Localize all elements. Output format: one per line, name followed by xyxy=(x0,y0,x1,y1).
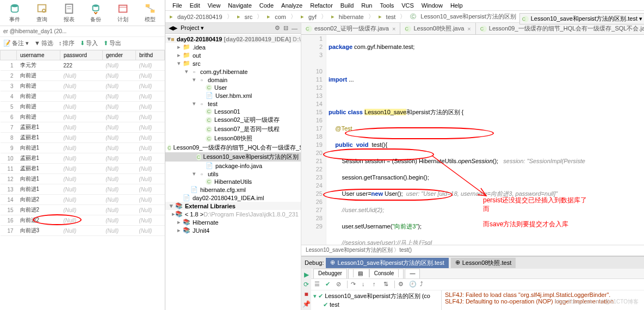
db-tool-backup[interactable]: 备份 xyxy=(84,2,107,23)
sort-icon[interactable]: ⇅ xyxy=(383,281,391,288)
table-row[interactable]: 5向前进(Null)(Null)(Null) xyxy=(1,102,165,112)
db-tool-event[interactable]: 事件 xyxy=(3,2,26,23)
step-out-icon[interactable]: ↑ xyxy=(373,281,380,288)
db-tool-model[interactable]: 模型 xyxy=(139,2,162,23)
crumb-item[interactable]: day02-20180419 xyxy=(176,14,224,20)
pass-icon[interactable]: ✔ xyxy=(325,281,333,288)
tree-node[interactable]: ▾📁src xyxy=(165,59,301,67)
menu-view[interactable]: View xyxy=(205,1,224,10)
table-row[interactable]: 15向前进2(Null)(Null)(Null) xyxy=(1,205,165,215)
tree-node[interactable]: ▸📚JUnit4 xyxy=(165,226,301,234)
tree-node[interactable]: 📄package-info.java xyxy=(165,162,301,170)
table-row[interactable]: 7孟丽君1(Null)(Null)(Null) xyxy=(1,122,165,133)
table-row[interactable]: 12向前进1(Null)(Null)(Null) xyxy=(1,174,165,184)
hide-tab-icon[interactable]: — xyxy=(405,269,420,278)
table-row[interactable]: 3向前进(Null)(Null)(Null) xyxy=(1,81,165,91)
filter-sort[interactable]: ↕排序 xyxy=(59,39,75,47)
tree-node[interactable]: CLesson09_一级缓存的细节_HQL会有一级缓存_SQ... xyxy=(165,143,301,152)
debug-tab-active[interactable]: ⊕Lesson10_save和persist方法的区别.test xyxy=(326,258,448,268)
table-row[interactable]: 6向前进(Null)(Null)(Null) xyxy=(1,112,165,122)
menu-refactor[interactable]: Refactor xyxy=(307,1,336,10)
tree-node[interactable]: CHibernateUtils xyxy=(165,178,301,185)
project-tree[interactable]: ◀▶ Project ▾ ⚙ ⊟ — ▾■ day02-20180419 [da… xyxy=(165,23,301,310)
code-lines[interactable]: package com.gyf.hibernate.test; import .… xyxy=(326,35,644,245)
code-editor[interactable]: 1231011121314151617181920212223242526272… xyxy=(301,35,644,245)
hide-icon[interactable]: — xyxy=(292,25,298,32)
debug-tab[interactable]: ⊕Lesson08快照.test xyxy=(451,258,516,268)
db-tool-report[interactable]: 报表 xyxy=(58,2,81,23)
test-tree[interactable]: ▾ ✔ Lesson10_save和persist方法的区别 (co ✔ tes… xyxy=(311,290,442,310)
tree-node[interactable]: CUser xyxy=(165,84,301,91)
tree-node[interactable]: ▸📚Hibernate xyxy=(165,218,301,226)
table-row[interactable]: 14向前进2(Null)(Null)(Null) xyxy=(1,195,165,205)
data-grid[interactable]: usernamepasswordgenderbrithd 1李元芳222(Nul… xyxy=(0,50,165,310)
table-row[interactable]: 4向前进(Null)(Null)(Null) xyxy=(1,91,165,102)
crumb-item[interactable]: gyf xyxy=(307,14,318,20)
menu-code[interactable]: Code xyxy=(257,1,276,10)
tree-node[interactable]: ▾▫utils xyxy=(165,170,301,178)
tree-node[interactable]: 📄User.hbm.xml xyxy=(165,91,301,100)
table-row[interactable]: 1李元芳222(Null)(Null) xyxy=(1,60,165,71)
gear-icon[interactable]: ⚙ xyxy=(398,281,406,288)
crumb-item[interactable]: com xyxy=(274,14,287,20)
rerun-icon[interactable]: ▶ xyxy=(304,271,309,278)
menu-vcs[interactable]: VCS xyxy=(399,1,417,10)
tree-node[interactable]: CLesson07_是否同一线程 xyxy=(165,125,301,134)
filter-import[interactable]: ⬇导入 xyxy=(80,39,98,47)
tree-node[interactable]: ▾▫test xyxy=(165,100,301,108)
tree-node[interactable]: CLesson08快照 xyxy=(165,134,301,143)
tree-node[interactable]: ▸📚< 1.8 > D:\Program Files\Java\jdk1.8.0… xyxy=(165,210,301,218)
ignore-icon[interactable]: ⊘ xyxy=(336,281,344,288)
menu-file[interactable]: File xyxy=(170,1,185,10)
table-row[interactable]: 16向前进2(Null)(Null)(Null) xyxy=(1,215,165,226)
table-row[interactable]: 11孟丽君1(Null)(Null)(Null) xyxy=(1,164,165,174)
menu-help[interactable]: Help xyxy=(448,1,466,10)
table-row[interactable]: 8孟丽君1(Null)(Null)(Null) xyxy=(1,133,165,143)
menu-navigate[interactable]: Navigate xyxy=(225,1,254,10)
tree-node[interactable]: ▸📁out xyxy=(165,51,301,59)
filter-export[interactable]: ⬆导出 xyxy=(103,39,121,47)
close-icon[interactable]: × xyxy=(467,26,470,32)
outline-tab[interactable]: CLesson10_save和persist方法的区别.test ▾ xyxy=(519,13,644,24)
console-tab[interactable]: ▤ Console xyxy=(348,269,404,278)
table-row[interactable]: 17向前进3(Null)(Null)(Null) xyxy=(1,226,165,236)
arrow-icon[interactable]: ◀▶ xyxy=(169,24,177,32)
filter-note[interactable]: 📝备注 ▾ xyxy=(3,39,29,47)
db-tool-plan[interactable]: 计划 xyxy=(112,2,134,23)
export-icon[interactable]: ⤴ xyxy=(420,281,428,288)
tree-node[interactable]: 📄hibernate.cfg.xml xyxy=(165,185,301,194)
stop-icon[interactable]: ■ xyxy=(304,290,308,298)
tree-node[interactable]: 📄day02-20180419_IDEA.iml xyxy=(165,194,301,202)
table-row[interactable]: 9向前进1(Null)(Null)(Null) xyxy=(1,143,165,153)
editor-tab[interactable]: CLesson09_一级缓存的细节_HQL会有一级缓存_SQL不会.java× xyxy=(476,23,644,34)
tree-node[interactable]: ▾▫domain xyxy=(165,76,301,84)
db-tool-query[interactable]: 查询 xyxy=(30,2,53,23)
pin-icon[interactable]: 📌 xyxy=(302,300,311,308)
col-header[interactable]: brithd xyxy=(136,51,165,60)
menu-analyze[interactable]: Analyze xyxy=(278,1,305,10)
close-icon[interactable]: × xyxy=(392,26,395,32)
tree-node[interactable]: CLesson01 xyxy=(165,108,301,115)
menu-build[interactable]: Build xyxy=(338,1,356,10)
menu-edit[interactable]: Edit xyxy=(187,1,203,10)
tree-node[interactable]: CLesson10_save和persist方法的区别 xyxy=(165,152,301,162)
project-tree-header[interactable]: ◀▶ Project ▾ ⚙ ⊟ — xyxy=(165,23,301,34)
col-header[interactable]: gender xyxy=(102,51,135,60)
table-row[interactable]: 10孟丽君1(Null)(Null)(Null) xyxy=(1,153,165,164)
col-header[interactable] xyxy=(1,51,17,60)
gear-icon[interactable]: ⚙ xyxy=(275,24,280,32)
editor-tab[interactable]: CLesson08快照.java× xyxy=(400,23,475,34)
col-header[interactable]: username xyxy=(17,51,60,60)
tree-root[interactable]: ▾■ day02-20180419 [day02-20180419_IDEA] … xyxy=(165,35,301,43)
menu-window[interactable]: Window xyxy=(419,1,445,10)
menu-tools[interactable]: Tools xyxy=(377,1,397,10)
crumb-item[interactable]: src xyxy=(244,14,254,20)
rerun2-icon[interactable]: ⟳ xyxy=(304,281,309,288)
table-row[interactable]: 2向前进(Null)(Null)(Null) xyxy=(1,71,165,81)
tree-node[interactable]: CLesson02_证明一级缓存 xyxy=(165,115,301,125)
col-header[interactable]: password xyxy=(60,51,102,60)
collapse-icon[interactable]: ⊟ xyxy=(283,24,288,32)
history-icon[interactable]: 🕘 xyxy=(409,281,417,288)
step-over-icon[interactable]: ↷ xyxy=(351,281,358,288)
step-into-icon[interactable]: ↓ xyxy=(362,281,369,288)
